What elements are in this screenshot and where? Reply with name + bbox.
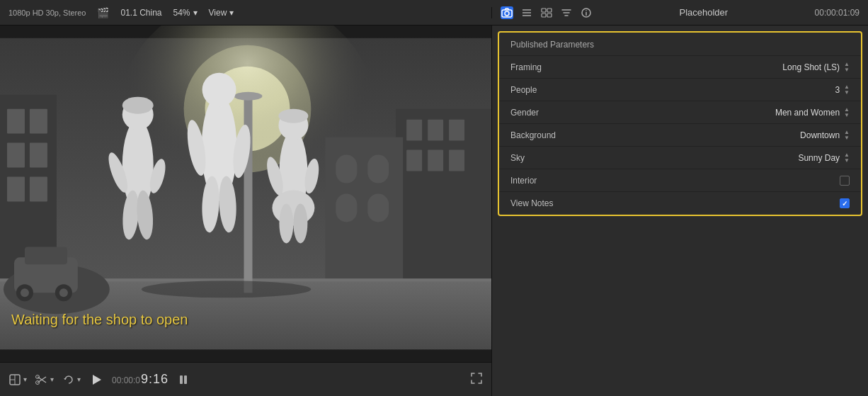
svg-rect-20 <box>30 143 47 168</box>
sky-stepper[interactable]: ▲ ▼ <box>844 152 850 164</box>
svg-point-62 <box>272 191 314 226</box>
svg-point-54 <box>202 73 236 107</box>
param-row-gender: Gender Men and Women ▲ ▼ <box>499 101 861 124</box>
param-label-framing: Framing <box>510 62 624 72</box>
svg-rect-31 <box>336 155 357 183</box>
svg-marker-75 <box>93 375 101 385</box>
param-value-sky[interactable]: Sunny Day ▲ ▼ <box>624 152 850 164</box>
svg-point-48 <box>122 97 154 114</box>
trim-button[interactable]: ▾ <box>35 373 54 386</box>
background-down-arrow[interactable]: ▼ <box>844 135 850 141</box>
svg-point-11 <box>586 10 587 11</box>
param-row-background: Background Downtown ▲ ▼ <box>499 124 861 147</box>
view-notes-checkbox-wrap[interactable] <box>840 198 850 208</box>
param-label-sky: Sky <box>510 153 624 163</box>
svg-rect-6 <box>547 9 552 12</box>
list-toolbar-icon[interactable] <box>520 6 533 19</box>
svg-point-43 <box>21 288 29 297</box>
svg-rect-32 <box>367 155 389 183</box>
param-row-sky: Sky Sunny Day ▲ ▼ <box>499 147 861 169</box>
header-timecode: 00:00:01:09 <box>815 8 860 18</box>
param-row-people: People 3 ▲ ▼ <box>499 79 861 101</box>
svg-rect-41 <box>25 247 67 264</box>
param-label-interior: Interior <box>510 176 624 186</box>
background-value: Downtown <box>800 130 840 140</box>
zoom-control[interactable]: 54% ▾ <box>173 8 198 18</box>
param-label-gender: Gender <box>510 108 624 118</box>
play-button[interactable] <box>89 373 103 387</box>
framing-value: Long Shot (LS) <box>782 62 840 72</box>
subtitle-text: Waiting for the shop to open <box>11 312 188 328</box>
svg-rect-21 <box>7 177 25 202</box>
param-value-view-notes[interactable] <box>624 198 850 208</box>
sky-down-arrow[interactable]: ▼ <box>844 158 850 164</box>
param-value-people[interactable]: 3 ▲ ▼ <box>624 84 850 96</box>
timecode-prefix: 00:00:0 <box>112 375 140 385</box>
people-value: 3 <box>835 85 840 95</box>
top-bar: 1080p HD 30p, Stereo 🎬 01.1 China 54% ▾ … <box>0 0 868 26</box>
framing-stepper[interactable]: ▲ ▼ <box>844 62 850 73</box>
clapper-icon: 🎬 <box>97 7 109 18</box>
framing-down-arrow[interactable]: ▼ <box>844 67 850 73</box>
params-header: Published Parameters <box>499 33 861 56</box>
svg-rect-27 <box>406 150 422 171</box>
svg-point-45 <box>59 288 68 297</box>
interior-checkbox[interactable] <box>840 176 850 186</box>
grid-toolbar-icon[interactable] <box>540 6 553 19</box>
layout-button[interactable]: ▾ <box>8 373 27 386</box>
gender-stepper[interactable]: ▲ ▼ <box>844 107 850 118</box>
people-stepper[interactable]: ▲ ▼ <box>844 84 850 96</box>
svg-rect-26 <box>449 120 464 141</box>
param-row-view-notes: View Notes <box>499 192 861 215</box>
svg-rect-37 <box>244 95 253 293</box>
svg-rect-76 <box>180 375 183 384</box>
param-label-view-notes: View Notes <box>510 198 624 208</box>
view-label: View <box>209 8 227 18</box>
pause-button[interactable] <box>177 373 190 386</box>
param-value-interior[interactable] <box>624 176 850 186</box>
video-controls: ▾ ▾ ▾ <box>0 362 491 396</box>
zoom-chevron-icon: ▾ <box>193 8 198 18</box>
param-value-framing[interactable]: Long Shot (LS) ▲ ▼ <box>624 62 850 73</box>
background-stepper[interactable]: ▲ ▼ <box>844 130 850 141</box>
video-canvas: Waiting for the shop to open <box>0 26 491 362</box>
svg-rect-77 <box>184 375 187 384</box>
svg-point-67 <box>142 281 312 298</box>
timecode-display: 00:00:0 9:16 <box>112 372 169 387</box>
param-row-framing: Framing Long Shot (LS) ▲ ▼ <box>499 56 861 79</box>
param-row-interior: Interior <box>499 169 861 192</box>
toolbar-icons <box>501 6 593 19</box>
speed-chevron-icon: ▾ <box>77 375 81 383</box>
param-value-background[interactable]: Downtown ▲ ▼ <box>624 130 850 141</box>
svg-rect-24 <box>406 120 422 141</box>
view-button[interactable]: View ▾ <box>209 8 234 18</box>
svg-point-65 <box>279 203 293 243</box>
gender-down-arrow[interactable]: ▼ <box>844 113 850 118</box>
svg-rect-19 <box>7 143 25 168</box>
camera-toolbar-icon[interactable] <box>501 6 513 19</box>
trim-chevron-icon: ▾ <box>50 375 54 383</box>
filter-toolbar-icon[interactable] <box>560 6 573 19</box>
svg-rect-17 <box>7 109 25 134</box>
svg-rect-25 <box>428 120 443 141</box>
svg-rect-18 <box>30 109 47 134</box>
top-bar-right: Placeholder 00:00:01:09 <box>492 6 868 19</box>
top-bar-left: 1080p HD 30p, Stereo 🎬 01.1 China 54% ▾ … <box>0 7 492 18</box>
info-toolbar-icon[interactable] <box>580 6 593 19</box>
svg-point-1 <box>505 11 509 16</box>
zoom-value: 54% <box>173 8 190 18</box>
placeholder-title: Placeholder <box>598 7 809 18</box>
people-down-arrow[interactable]: ▼ <box>844 90 850 96</box>
svg-rect-34 <box>367 194 389 222</box>
main-content: Waiting for the shop to open ▾ ▾ <box>0 26 868 396</box>
params-container: Published Parameters Framing Long Shot (… <box>498 31 862 216</box>
param-label-background: Background <box>510 130 624 140</box>
param-value-gender[interactable]: Men and Women ▲ ▼ <box>624 107 850 118</box>
fullscreen-button[interactable] <box>470 372 483 387</box>
speed-button[interactable]: ▾ <box>62 373 81 386</box>
svg-rect-7 <box>542 13 546 17</box>
clip-name: 01.1 China <box>120 8 161 18</box>
view-notes-checkbox[interactable] <box>840 198 850 208</box>
svg-point-38 <box>234 92 263 101</box>
interior-checkbox-wrap[interactable] <box>840 176 850 186</box>
